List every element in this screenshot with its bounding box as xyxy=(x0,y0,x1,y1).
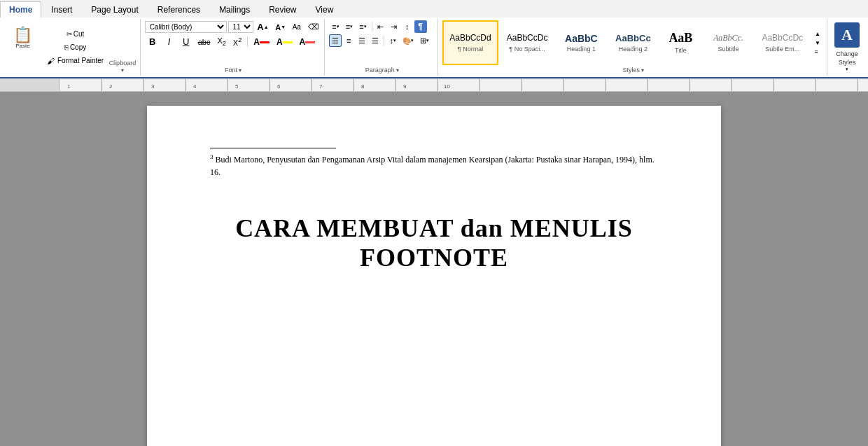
change-styles-label: ChangeStyles xyxy=(836,50,858,67)
ruler-margin-left xyxy=(0,79,60,91)
copy-button[interactable]: ⎘ Copy xyxy=(44,41,106,54)
tab-mailings[interactable]: Mailings xyxy=(210,1,259,18)
underline-button[interactable]: U xyxy=(178,35,194,48)
style-item-normal[interactable]: AaBbCcDd ¶ Normal xyxy=(442,20,498,65)
paragraph-expand-icon[interactable]: ▾ xyxy=(396,67,399,74)
clipboard-group-label: Clipboard xyxy=(109,60,136,67)
paragraph-mark-icon: ¶ xyxy=(418,22,423,32)
footnote-text: Budi Martono, Penyusutan dan Pengamanan … xyxy=(210,155,654,177)
sort-button[interactable]: ↕ xyxy=(401,20,414,33)
tab-review[interactable]: Review xyxy=(260,1,305,18)
style-h1-label: Heading 1 xyxy=(567,46,596,53)
align-center-button[interactable]: ≡ xyxy=(342,34,355,47)
italic-button[interactable]: I xyxy=(162,35,177,48)
change-case-icon: Aa xyxy=(293,23,301,31)
multilevel-list-button[interactable]: ≡▾ xyxy=(356,20,369,33)
strikethrough-button[interactable]: abc xyxy=(195,36,214,48)
paragraph-group: ≡▾ ≡▾ ≡▾ ⇤ ⇥ ↕ ¶ ☰ ≡ ☰ ☰ xyxy=(326,19,438,76)
ruler-ticks: 1 2 3 4 5 6 7 8 9 10 xyxy=(60,79,868,91)
superscript-button[interactable]: X2 xyxy=(230,35,244,48)
paste-icon: 📋 xyxy=(13,27,32,43)
font-shrink-icon: A xyxy=(275,23,281,32)
style-item-title[interactable]: AaB Title xyxy=(659,20,701,65)
font-color-icon: A xyxy=(253,37,260,47)
align-right-icon: ☰ xyxy=(358,36,365,46)
increase-indent-icon: ⇥ xyxy=(391,22,397,32)
copy-icon: ⎘ xyxy=(64,43,69,51)
align-left-button[interactable]: ☰ xyxy=(329,34,342,47)
style-nospace-label: ¶ No Spaci... xyxy=(509,46,545,53)
tab-home[interactable]: Home xyxy=(0,1,41,18)
tab-view[interactable]: View xyxy=(307,1,343,18)
scissors-icon: ✂ xyxy=(66,30,72,38)
align-left-icon: ☰ xyxy=(332,36,339,46)
format-painter-button[interactable]: 🖌 Format Painter xyxy=(44,55,106,67)
font-shrink-button[interactable]: A▼ xyxy=(272,21,288,34)
clear-format-button[interactable]: ⌫ xyxy=(305,21,322,34)
text-color2-button[interactable]: A xyxy=(297,36,318,48)
increase-indent-button[interactable]: ⇥ xyxy=(388,20,400,33)
paste-button[interactable]: 📋 Paste xyxy=(6,20,40,55)
document-area[interactable]: 3 Budi Martono, Penyusutan dan Pengamana… xyxy=(0,92,868,446)
justify-icon: ☰ xyxy=(372,36,379,46)
styles-more-button[interactable]: ≡ xyxy=(813,48,822,57)
text-color2-icon: A xyxy=(300,37,306,47)
ribbon: Home Insert Page Layout References Maili… xyxy=(0,0,868,79)
document-page: 3 Budi Martono, Penyusutan dan Pengamana… xyxy=(147,106,721,446)
style-h2-label: Heading 2 xyxy=(619,46,648,53)
styles-group-label: Styles xyxy=(622,67,640,74)
font-name-select[interactable]: Calibri (Body) xyxy=(145,21,227,33)
shading-button[interactable]: 🎨▾ xyxy=(400,34,416,47)
styles-group: AaBbCcDd ¶ Normal AaBbCcDc ¶ No Spaci...… xyxy=(440,19,827,76)
line-spacing-button[interactable]: ↕▾ xyxy=(386,34,399,47)
ruler: 1 2 3 4 5 6 7 8 9 10 xyxy=(0,79,868,92)
format-painter-icon: 🖌 xyxy=(47,57,55,65)
font-grow-icon: A xyxy=(257,22,263,32)
para-divider1 xyxy=(372,22,372,32)
style-item-nospace[interactable]: AaBbCcDc ¶ No Spaci... xyxy=(500,20,555,65)
font-group: Calibri (Body) 11 A▲ A▼ Aa ⌫ B I U abc X… xyxy=(142,19,326,76)
tab-bar: Home Insert Page Layout References Maili… xyxy=(0,0,868,18)
footnote-separator xyxy=(210,148,336,148)
font-color-button[interactable]: A xyxy=(251,36,272,48)
copy-label: Copy xyxy=(70,43,86,51)
decrease-indent-icon: ⇤ xyxy=(377,22,384,32)
styles-scroll-up-button[interactable]: ▲ xyxy=(813,29,822,39)
tab-references[interactable]: References xyxy=(148,1,209,18)
justify-button[interactable]: ☰ xyxy=(369,34,382,47)
font-expand-icon[interactable]: ▾ xyxy=(239,67,241,74)
change-case-button[interactable]: Aa xyxy=(290,21,304,34)
style-item-h1[interactable]: AaBbC Heading 1 xyxy=(556,20,606,65)
align-center-icon: ≡ xyxy=(346,36,351,45)
show-hide-button[interactable]: ¶ xyxy=(414,20,427,33)
style-subtitle-label: Subtitle xyxy=(718,46,738,53)
change-styles-button[interactable]: A ChangeStyles ▾ xyxy=(829,19,865,76)
styles-scroll: ▲ ▼ ≡ xyxy=(811,28,824,58)
style-item-h2[interactable]: AaBbCc Heading 2 xyxy=(608,20,658,65)
style-item-subtle[interactable]: AaBbCcDc Subtle Em... xyxy=(755,20,810,65)
ribbon-content: 📋 Paste ✂ Cut ⎘ Copy 🖌 Format Painter xyxy=(0,18,868,78)
numbering-button[interactable]: ≡▾ xyxy=(343,20,356,33)
font-size-select[interactable]: 11 xyxy=(228,21,253,33)
bullets-button[interactable]: ≡▾ xyxy=(329,20,342,33)
borders-button[interactable]: ⊞▾ xyxy=(417,34,432,47)
font-grow-button[interactable]: A▲ xyxy=(255,20,272,34)
decrease-indent-button[interactable]: ⇤ xyxy=(374,20,387,33)
borders-icon: ⊞ xyxy=(420,36,426,46)
bold-button[interactable]: B xyxy=(145,35,160,48)
align-right-button[interactable]: ☰ xyxy=(356,34,368,47)
highlight-button[interactable]: A xyxy=(274,36,295,48)
subscript-button[interactable]: X2 xyxy=(214,35,228,48)
cut-button[interactable]: ✂ Cut xyxy=(44,28,106,41)
paste-label: Paste xyxy=(15,43,29,49)
shading-icon: 🎨 xyxy=(402,37,411,45)
style-item-subtitle[interactable]: AaBbCc. Subtitle xyxy=(703,20,753,65)
styles-expand-icon[interactable]: ▾ xyxy=(641,67,644,74)
sort-icon: ↕ xyxy=(405,22,410,31)
para-divider2 xyxy=(384,36,384,46)
tab-page-layout[interactable]: Page Layout xyxy=(82,1,147,18)
clipboard-expand-icon[interactable]: ▾ xyxy=(121,67,124,74)
styles-scroll-down-button[interactable]: ▼ xyxy=(813,39,822,48)
tab-insert[interactable]: Insert xyxy=(42,1,81,18)
strikethrough-label: abc xyxy=(198,38,211,46)
